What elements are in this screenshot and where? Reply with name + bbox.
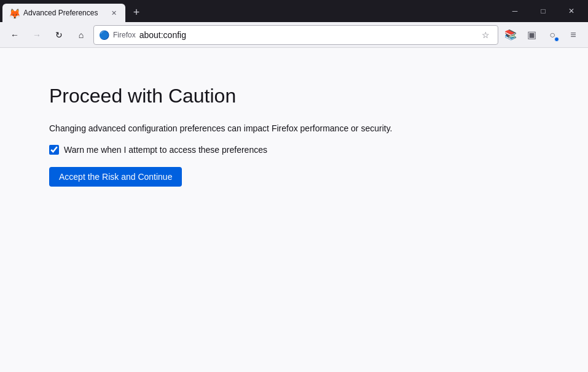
profile-sync-dot <box>554 37 559 42</box>
forward-button[interactable]: → <box>27 25 47 45</box>
nav-bar: ← → ↻ ⌂ 🔵 Firefox ☆ 📚 ▣ ○ ≡ <box>0 22 588 48</box>
reload-button[interactable]: ↻ <box>49 25 69 45</box>
tab-title: Advanced Preferences <box>23 9 103 17</box>
bookmark-star-icon[interactable]: ☆ <box>478 28 493 42</box>
minimize-button[interactable]: ─ <box>501 0 529 22</box>
caution-description: Changing advanced configuration preferen… <box>49 122 392 135</box>
caution-container: Proceed with Caution Changing advanced c… <box>49 85 392 187</box>
page-content: Proceed with Caution Changing advanced c… <box>0 48 588 372</box>
home-button[interactable]: ⌂ <box>71 25 91 45</box>
maximize-button[interactable]: □ <box>529 0 557 22</box>
active-tab[interactable]: 🦊 Advanced Preferences ✕ <box>2 4 125 22</box>
menu-button[interactable]: ≡ <box>563 25 583 45</box>
warn-checkbox[interactable] <box>49 145 59 155</box>
tab-close-button[interactable]: ✕ <box>108 7 119 18</box>
accept-risk-button[interactable]: Accept the Risk and Continue <box>49 167 182 187</box>
address-input[interactable] <box>139 30 474 40</box>
address-bar[interactable]: 🔵 Firefox ☆ <box>93 25 498 45</box>
tab-bar: 🦊 Advanced Preferences ✕ + <box>0 0 498 22</box>
library-button[interactable]: 📚 <box>501 25 520 45</box>
nav-right-buttons: 📚 ▣ ○ ≡ <box>501 25 583 45</box>
warn-checkbox-row: Warn me when I attempt to access these p… <box>49 145 392 155</box>
new-tab-button[interactable]: + <box>128 4 145 21</box>
firefox-icon: 🔵 <box>99 30 109 40</box>
title-bar: 🦊 Advanced Preferences ✕ + ─ □ ✕ <box>0 0 588 22</box>
tab-favicon: 🦊 <box>9 8 18 18</box>
warn-checkbox-label[interactable]: Warn me when I attempt to access these p… <box>64 145 267 155</box>
window-controls: ─ □ ✕ <box>498 0 588 22</box>
close-button[interactable]: ✕ <box>557 0 586 22</box>
sidebar-button[interactable]: ▣ <box>522 25 541 45</box>
profile-button[interactable]: ○ <box>543 25 562 45</box>
site-label: Firefox <box>113 31 136 39</box>
page-title: Proceed with Caution <box>49 85 392 107</box>
back-button[interactable]: ← <box>5 25 25 45</box>
